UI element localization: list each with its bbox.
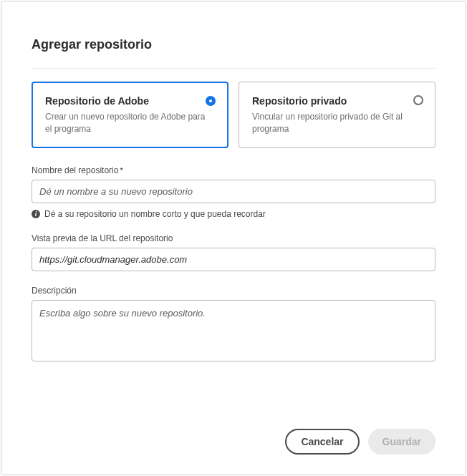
repository-type-options: Repositorio de Adobe Crear un nuevo repo… [32, 82, 435, 148]
option-private-repository[interactable]: Repositorio privado Vincular un reposito… [239, 82, 435, 148]
radio-selected-icon [206, 96, 216, 106]
repository-url-label: Vista previa de la URL del repositorio [32, 233, 435, 243]
repository-description-label: Descripción [32, 286, 435, 296]
repository-name-hint-row: i Dé a su repositorio un nombre corto y … [32, 209, 435, 219]
info-icon: i [32, 210, 40, 218]
field-group-description: Descripción [32, 286, 435, 364]
repository-url-input[interactable] [32, 248, 435, 271]
dialog-title: Agregar repositorio [32, 37, 435, 52]
cancel-button[interactable]: Cancelar [285, 429, 359, 455]
option-private-desc: Vincular un repositorio privado de Git a… [252, 111, 422, 136]
radio-unselected-icon [413, 95, 423, 105]
option-adobe-title: Repositorio de Adobe [45, 95, 215, 107]
divider [32, 68, 435, 69]
repository-name-label-text: Nombre del repositorio [32, 165, 118, 175]
required-asterisk-icon: * [120, 166, 122, 175]
add-repository-dialog: Agregar repositorio Repositorio de Adobe… [1, 1, 466, 475]
field-group-url: Vista previa de la URL del repositorio [32, 233, 435, 271]
repository-name-hint: Dé a su repositorio un nombre corto y qu… [44, 209, 266, 219]
repository-name-input[interactable] [32, 180, 435, 203]
field-group-name: Nombre del repositorio* i Dé a su reposi… [32, 165, 435, 219]
option-private-title: Repositorio privado [252, 95, 422, 107]
option-adobe-desc: Crear un nuevo repositorio de Adobe para… [45, 111, 215, 136]
dialog-footer: Cancelar Guardar [32, 429, 435, 455]
option-adobe-repository[interactable]: Repositorio de Adobe Crear un nuevo repo… [32, 82, 228, 148]
repository-description-input[interactable] [32, 300, 435, 361]
save-button[interactable]: Guardar [368, 429, 435, 455]
repository-name-label: Nombre del repositorio* [32, 165, 435, 175]
